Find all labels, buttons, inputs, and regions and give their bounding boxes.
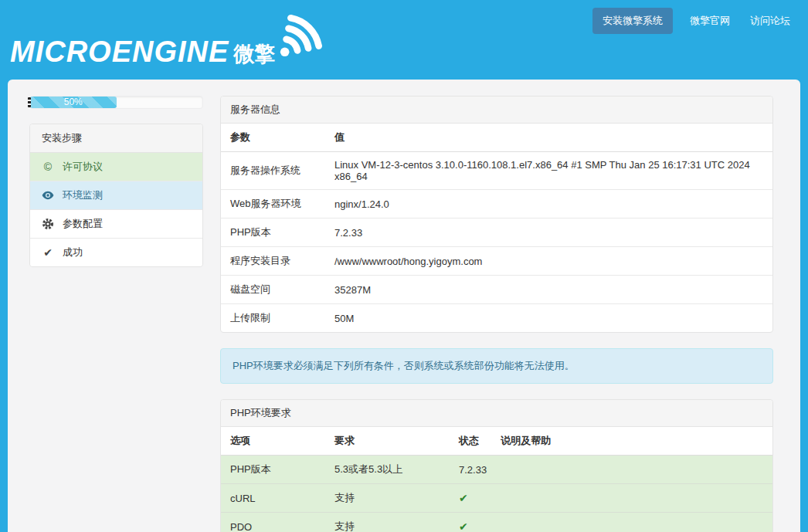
help-cell bbox=[491, 456, 772, 484]
value-cell: 50M bbox=[325, 304, 772, 333]
step-label: 参数配置 bbox=[63, 217, 103, 231]
sidebar: 50% 安装步骤 © 许可协议 环境监测 bbox=[29, 96, 203, 532]
table-row: cURL 支持 ✔ bbox=[221, 484, 772, 513]
status-cell: ✔ bbox=[450, 513, 491, 532]
param-cell: PHP版本 bbox=[221, 219, 325, 247]
requirement-cell: 支持 bbox=[325, 484, 450, 513]
value-cell: /www/wwwroot/hong.yigoym.com bbox=[325, 247, 772, 276]
check-icon: ✔ bbox=[459, 520, 468, 532]
php-requirements-alert: PHP环境要求必须满足下列所有条件，否则系统或系统部份功能将无法使用。 bbox=[220, 348, 773, 384]
value-cell: nginx/1.24.0 bbox=[325, 190, 772, 219]
param-cell: Web服务器环境 bbox=[221, 190, 325, 219]
top-nav: 安装微擎系统 微擎官网 访问论坛 bbox=[592, 8, 793, 34]
step-success: ✔ 成功 bbox=[30, 239, 202, 266]
status-cell: 7.2.33 bbox=[450, 456, 491, 484]
help-cell bbox=[491, 484, 772, 513]
server-info-title: 服务器信息 bbox=[221, 97, 772, 124]
param-cell: 上传限制 bbox=[221, 304, 325, 333]
server-info-table: 参数 值 服务器操作系统 Linux VM-12-3-centos 3.10.0… bbox=[221, 124, 772, 332]
logo-chinese-name: 微擎 bbox=[233, 40, 275, 68]
content-card: 50% 安装步骤 © 许可协议 环境监测 bbox=[8, 80, 800, 532]
gear-icon bbox=[42, 218, 54, 230]
value-cell: 7.2.33 bbox=[325, 219, 772, 247]
wifi-signal-icon bbox=[277, 12, 322, 63]
step-label: 成功 bbox=[63, 246, 83, 259]
step-parameters: 参数配置 bbox=[30, 210, 202, 239]
option-cell: PHP版本 bbox=[221, 456, 325, 484]
param-cell: 服务器操作系统 bbox=[221, 152, 325, 190]
header: MICROENGINE 微擎 安装微擎系统 微擎官网 访问论坛 bbox=[0, 0, 808, 80]
table-row: PHP版本 5.3或者5.3以上 7.2.33 bbox=[221, 456, 772, 484]
step-label: 环境监测 bbox=[63, 188, 103, 202]
status-cell: ✔ bbox=[450, 484, 491, 513]
table-row: 程序安装目录 /www/wwwroot/hong.yigoym.com bbox=[221, 247, 772, 276]
option-cell: PDO bbox=[221, 513, 325, 532]
table-row: 上传限制 50M bbox=[221, 304, 772, 333]
check-icon: ✔ bbox=[459, 492, 468, 504]
main-content: 服务器信息 参数 值 服务器操作系统 Linux VM-12-3-centos … bbox=[220, 96, 773, 532]
column-header: 值 bbox=[325, 124, 772, 152]
table-row: PHP版本 7.2.33 bbox=[221, 219, 772, 247]
server-info-panel: 服务器信息 参数 值 服务器操作系统 Linux VM-12-3-centos … bbox=[220, 96, 773, 333]
value-cell: 35287M bbox=[325, 276, 772, 304]
nav-forum-link[interactable]: 访问论坛 bbox=[747, 8, 793, 34]
install-wizard-page: MICROENGINE 微擎 安装微擎系统 微擎官网 访问论坛 50% bbox=[0, 0, 808, 532]
step-label: 许可协议 bbox=[63, 160, 103, 174]
steps-panel-title: 安装步骤 bbox=[30, 124, 202, 153]
param-cell: 程序安装目录 bbox=[221, 247, 325, 276]
step-environment-check: 环境监测 bbox=[30, 181, 202, 210]
nav-install-system-button[interactable]: 安装微擎系统 bbox=[592, 8, 673, 34]
check-icon: ✔ bbox=[42, 247, 54, 258]
table-row: Web服务器环境 nginx/1.24.0 bbox=[221, 190, 772, 219]
column-header: 状态 bbox=[450, 427, 491, 456]
table-row: PDO 支持 ✔ bbox=[221, 513, 772, 532]
php-requirements-panel: PHP环境要求 选项 要求 状态 说明及帮助 PHP版本 5.3或者5 bbox=[220, 399, 773, 532]
copyright-icon: © bbox=[42, 161, 54, 172]
option-cell: cURL bbox=[221, 484, 325, 513]
param-cell: 磁盘空间 bbox=[221, 276, 325, 304]
help-cell bbox=[491, 513, 772, 532]
requirement-cell: 5.3或者5.3以上 bbox=[325, 456, 450, 484]
progress-fill: 50% bbox=[30, 97, 117, 108]
table-row: 磁盘空间 35287M bbox=[221, 276, 772, 304]
requirement-cell: 支持 bbox=[325, 513, 450, 532]
step-license: © 许可协议 bbox=[30, 153, 202, 181]
logo-wordmark: MICROENGINE bbox=[10, 32, 229, 73]
php-requirements-table: 选项 要求 状态 说明及帮助 PHP版本 5.3或者5.3以上 7.2.33 bbox=[221, 427, 772, 532]
install-progress-bar: 50% bbox=[29, 96, 203, 109]
nav-official-site-link[interactable]: 微擎官网 bbox=[687, 8, 733, 34]
install-steps-panel: 安装步骤 © 许可协议 环境监测 bbox=[29, 124, 203, 267]
column-header: 说明及帮助 bbox=[491, 427, 772, 456]
progress-left-mark bbox=[28, 97, 31, 107]
column-header: 选项 bbox=[221, 427, 325, 456]
eye-icon bbox=[42, 191, 54, 200]
value-cell: Linux VM-12-3-centos 3.10.0-1160.108.1.e… bbox=[325, 152, 772, 190]
column-header: 要求 bbox=[325, 427, 450, 456]
column-header: 参数 bbox=[221, 124, 325, 152]
php-requirements-title: PHP环境要求 bbox=[221, 400, 772, 427]
table-row: 服务器操作系统 Linux VM-12-3-centos 3.10.0-1160… bbox=[221, 152, 772, 190]
